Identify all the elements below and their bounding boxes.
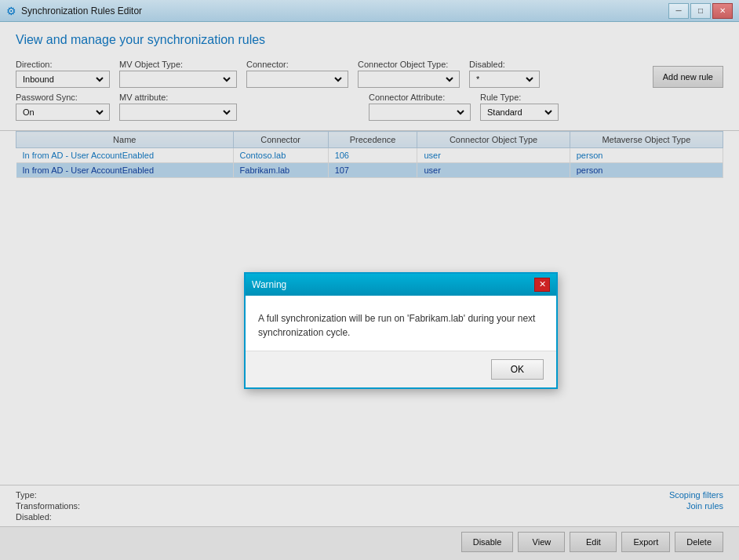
warning-ok-button[interactable]: OK xyxy=(491,359,544,380)
warning-close-button[interactable]: ✕ xyxy=(534,278,550,292)
maximize-button[interactable]: □ xyxy=(690,3,711,19)
window-title: Synchronization Rules Editor xyxy=(21,5,142,16)
warning-dialog-title: Warning xyxy=(252,279,286,290)
warning-title-bar: Warning ✕ xyxy=(246,274,556,296)
title-bar: ⚙ Synchronization Rules Editor ─ □ ✕ xyxy=(0,0,739,22)
warning-dialog-footer: OK xyxy=(246,351,556,387)
warning-dialog-body: A full synchronization will be run on 'F… xyxy=(246,296,556,351)
app-icon: ⚙ xyxy=(6,5,16,17)
close-button[interactable]: ✕ xyxy=(712,3,733,19)
title-bar-buttons: ─ □ ✕ xyxy=(668,3,733,19)
dialog-overlay: Warning ✕ A full synchronization will be… xyxy=(0,22,739,560)
minimize-button[interactable]: ─ xyxy=(668,3,689,19)
title-bar-left: ⚙ Synchronization Rules Editor xyxy=(6,5,142,17)
warning-dialog: Warning ✕ A full synchronization will be… xyxy=(244,272,558,389)
warning-message: A full synchronization will be run on 'F… xyxy=(258,311,544,340)
